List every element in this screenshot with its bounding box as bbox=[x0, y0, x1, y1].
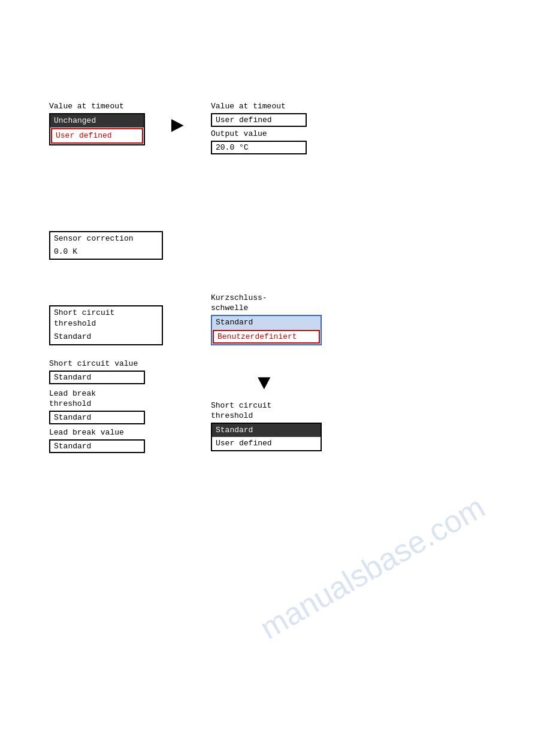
lead-break-threshold-group: Lead breakthreshold Standard bbox=[49, 389, 145, 424]
watermark: manualsbase.com bbox=[253, 487, 492, 649]
arrow-down-circuit: ▼ bbox=[258, 371, 271, 396]
timeout-left-group: Value at timeout Unchanged User defined bbox=[49, 102, 145, 145]
sensor-correction-label: Sensor correction bbox=[50, 232, 162, 245]
kurzschluss-group: Kurzschluss-schwelle Standard Benutzerde… bbox=[211, 293, 322, 345]
lead-break-value-group: Lead break value Standard bbox=[49, 428, 145, 453]
short-circuit-standard-item[interactable]: Standard bbox=[212, 424, 321, 437]
short-circuit-translated-label: Short circuitthreshold bbox=[211, 401, 322, 421]
timeout-right-label: Value at timeout bbox=[211, 102, 307, 112]
timeout-left-label: Value at timeout bbox=[49, 102, 145, 112]
lead-break-value-field[interactable]: Standard bbox=[49, 439, 145, 453]
short-circuit-userdefined-item[interactable]: User defined bbox=[212, 437, 321, 450]
short-circuit-threshold-label: Short circuitthreshold bbox=[50, 306, 162, 330]
lead-break-threshold-field[interactable]: Standard bbox=[49, 411, 145, 424]
sensor-correction-value[interactable]: 0.0 K bbox=[50, 245, 162, 259]
short-circuit-value-group: Short circuit value Standard bbox=[49, 359, 145, 384]
short-circuit-translated-group: Short circuitthreshold Standard User def… bbox=[211, 401, 322, 451]
lead-break-threshold-label: Lead breakthreshold bbox=[49, 389, 145, 409]
short-circuit-translated-dropdown[interactable]: Standard User defined bbox=[211, 423, 322, 451]
kurzschluss-benutzerdefiniert-item[interactable]: Benutzerdefiniert bbox=[213, 330, 320, 344]
output-value-field[interactable]: 20.0 °C bbox=[211, 141, 307, 154]
short-circuit-threshold-value[interactable]: Standard bbox=[50, 330, 162, 344]
short-circuit-value-label: Short circuit value bbox=[49, 359, 145, 369]
kurzschluss-standard-item[interactable]: Standard bbox=[212, 316, 321, 329]
timeout-right-group: Value at timeout User defined Output val… bbox=[211, 102, 307, 154]
kurzschluss-dropdown[interactable]: Standard Benutzerdefiniert bbox=[211, 315, 322, 345]
lead-break-value-label: Lead break value bbox=[49, 428, 145, 438]
arrow-right-timeout: ► bbox=[171, 114, 184, 138]
short-circuit-threshold-group: Short circuitthreshold Standard bbox=[49, 305, 163, 345]
kurzschluss-label: Kurzschluss-schwelle bbox=[211, 293, 322, 314]
timeout-right-value[interactable]: User defined bbox=[211, 113, 307, 127]
sensor-correction-group: Sensor correction 0.0 K bbox=[49, 231, 163, 260]
sensor-correction-box: Sensor correction 0.0 K bbox=[49, 231, 163, 260]
timeout-userdefined-item[interactable]: User defined bbox=[51, 128, 143, 144]
timeout-unchanged-item[interactable]: Unchanged bbox=[50, 114, 144, 127]
timeout-left-dropdown[interactable]: Unchanged User defined bbox=[49, 113, 145, 145]
output-value-label: Output value bbox=[211, 129, 307, 139]
short-circuit-threshold-box: Short circuitthreshold Standard bbox=[49, 305, 163, 345]
short-circuit-value-field[interactable]: Standard bbox=[49, 371, 145, 384]
